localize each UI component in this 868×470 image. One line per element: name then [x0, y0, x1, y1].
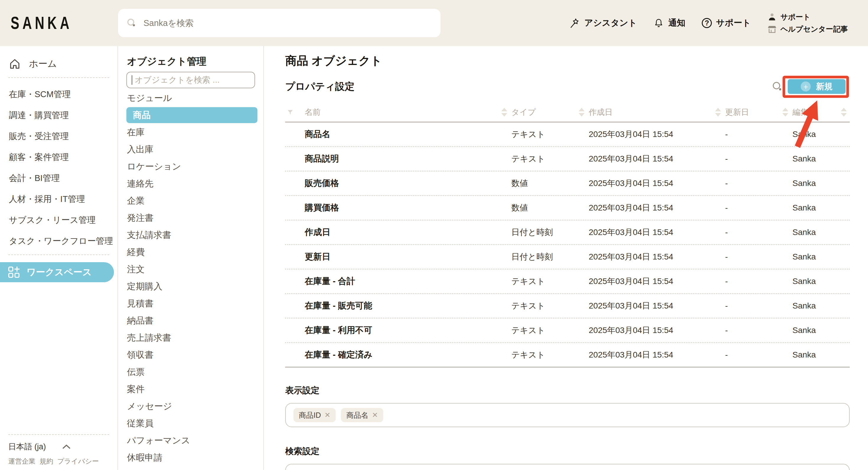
global-search[interactable] — [118, 9, 440, 37]
sidebar-item-workspace[interactable]: ワークスペース — [0, 262, 114, 282]
pin-column-header[interactable] — [285, 108, 304, 116]
table-row[interactable]: 販売価格 数値 2025年03月04日 15:54 - Sanka — [285, 171, 850, 196]
object-list-item[interactable]: 納品書 — [118, 312, 264, 329]
sidebar-item[interactable]: タスク・ワークフロー管理 — [0, 230, 118, 252]
remove-icon[interactable]: ✕ — [324, 411, 330, 419]
table-row[interactable]: 商品説明 テキスト 2025年03月04日 15:54 - Sanka — [285, 147, 850, 171]
support-label: サポート — [716, 17, 751, 29]
column-header-editor[interactable]: 編集者 — [791, 107, 850, 118]
cell-type: 日付と時刻 — [510, 251, 588, 262]
sort-arrows-icon — [841, 108, 847, 117]
object-list-item[interactable]: 発注書 — [118, 209, 264, 226]
object-list-item[interactable]: メッセージ — [118, 398, 264, 415]
sidebar-item[interactable]: 調達・購買管理 — [0, 105, 118, 126]
object-panel: オブジェクト管理 モジュール 商品 在庫 — [118, 46, 264, 470]
column-header-name[interactable]: 名前 — [304, 107, 510, 118]
sidebar-item[interactable]: 人材・採用・IT管理 — [0, 189, 118, 210]
search-settings-box[interactable]: 商品名 ✕ — [285, 464, 850, 470]
sort-arrows-icon — [782, 108, 788, 117]
object-list-item[interactable]: 在庫 — [118, 124, 264, 141]
section-title: プロパティ設定 — [285, 80, 354, 93]
table-row[interactable]: 在庫量 - 利用不可 テキスト 2025年03月04日 15:54 - Sank… — [285, 318, 850, 343]
cell-type: 数値 — [510, 202, 588, 214]
table-row[interactable]: 作成日 日付と時刻 2025年03月04日 15:54 - Sanka — [285, 221, 850, 245]
display-settings-title: 表示設定 — [285, 385, 850, 397]
object-list-item[interactable]: モジュール — [118, 90, 264, 106]
cell-editor: Sanka — [791, 154, 850, 163]
help-circle-icon: ? — [702, 18, 712, 28]
plus-icon: ＋ — [801, 82, 811, 92]
footer-link-privacy[interactable]: プライバシー — [57, 457, 99, 466]
new-button[interactable]: ＋ 新規 — [788, 79, 845, 94]
cell-updated: - — [724, 130, 791, 139]
account-support-link[interactable]: サポート — [767, 12, 848, 22]
column-header-created[interactable]: 作成日 — [588, 107, 724, 118]
object-list-item[interactable]: 支払請求書 — [118, 226, 264, 244]
sidebar-item[interactable]: 会計・BI管理 — [0, 168, 118, 189]
table-row[interactable]: 更新日 日付と時刻 2025年03月04日 15:54 - Sanka — [285, 245, 850, 270]
object-search-input[interactable] — [134, 75, 250, 85]
sidebar-item[interactable]: 顧客・案件管理 — [0, 147, 118, 168]
cell-editor: Sanka — [791, 228, 850, 237]
table-row[interactable]: 在庫量 - 確定済み テキスト 2025年03月04日 15:54 - Sank… — [285, 343, 850, 368]
top-header: SANKA アシスタント — [0, 0, 868, 46]
object-list-item[interactable]: 休暇申請 — [118, 449, 264, 466]
object-list-item[interactable]: パフォーマンス — [118, 432, 264, 449]
column-header-type[interactable]: タイプ — [510, 107, 588, 118]
object-list-item[interactable]: 商品 — [126, 107, 257, 123]
cell-updated: - — [724, 326, 791, 335]
chip[interactable]: 商品名 ✕ — [341, 408, 383, 422]
object-list-item[interactable]: 従業員 — [118, 415, 264, 432]
logo-text: SANKA — [11, 13, 105, 33]
footer-link-terms[interactable]: 規約 — [39, 457, 53, 466]
object-list-item[interactable]: 企業 — [118, 192, 264, 209]
table-search-button[interactable] — [772, 81, 783, 92]
object-list-item[interactable]: 注文 — [118, 261, 264, 278]
sidebar-item[interactable]: サブスク・リース管理 — [0, 210, 118, 230]
cell-name: 商品説明 — [304, 153, 510, 165]
property-table: 商品名 テキスト 2025年03月04日 15:54 - Sanka 商品説明 … — [285, 123, 850, 368]
cell-type: 数値 — [510, 178, 588, 189]
table-row[interactable]: 商品名 テキスト 2025年03月04日 15:54 - Sanka — [285, 123, 850, 147]
logo[interactable]: SANKA — [0, 14, 118, 32]
object-list-item[interactable]: ロケーション — [118, 158, 264, 175]
column-header-updated[interactable]: 更新日 — [724, 107, 791, 118]
cell-created: 2025年03月04日 15:54 — [588, 202, 724, 214]
language-label: 日本語 (ja) — [8, 441, 46, 452]
column-label: 名前 — [305, 107, 321, 118]
remove-icon[interactable]: ✕ — [372, 411, 378, 419]
help-center-label: ヘルプセンター記事 — [780, 24, 848, 34]
sidebar-item[interactable]: 販売・受注管理 — [0, 126, 118, 147]
object-list-item[interactable]: 連絡先 — [118, 175, 264, 192]
support-button[interactable]: ? サポート — [702, 17, 751, 29]
cell-updated: - — [724, 203, 791, 213]
object-list-item[interactable]: 伝票 — [118, 364, 264, 380]
table-header: 名前 タイプ 作成日 更新日 編集者 — [285, 103, 850, 123]
object-list-item[interactable]: 案件 — [118, 380, 264, 398]
help-center-link[interactable]: ヘルプセンター記事 — [767, 24, 848, 34]
table-actions: ＋ 新規 — [772, 79, 845, 94]
chip[interactable]: 商品ID ✕ — [293, 408, 336, 422]
sidebar-item-home[interactable]: ホーム — [0, 56, 118, 71]
table-row[interactable]: 在庫量 - 販売可能 テキスト 2025年03月04日 15:54 - Sank… — [285, 294, 850, 318]
global-search-input[interactable] — [143, 18, 432, 28]
object-list-item-label: 連絡先 — [127, 178, 154, 190]
sidebar-item[interactable]: 在庫・SCM管理 — [0, 84, 118, 105]
object-list-item[interactable]: 入出庫 — [118, 141, 264, 158]
object-list-item[interactable]: 経費 — [118, 244, 264, 261]
assistant-button[interactable]: アシスタント — [569, 17, 637, 29]
object-list-item[interactable]: 領収書 — [118, 346, 264, 364]
cell-name: 更新日 — [304, 251, 510, 263]
footer-link-company[interactable]: 運営企業 — [8, 457, 35, 466]
notifications-button[interactable]: 通知 — [653, 17, 685, 29]
table-row[interactable]: 購買価格 数値 2025年03月04日 15:54 - Sanka — [285, 196, 850, 221]
table-row[interactable]: 在庫量 - 合計 テキスト 2025年03月04日 15:54 - Sanka — [285, 270, 850, 294]
page-title: 商品 オブジェクト — [285, 54, 850, 68]
display-settings-box[interactable]: 商品ID ✕ 商品名 ✕ — [285, 403, 850, 427]
object-search[interactable] — [126, 72, 255, 88]
divider — [8, 77, 109, 78]
object-list-item[interactable]: 見積書 — [118, 295, 264, 312]
object-list-item[interactable]: 売上請求書 — [118, 329, 264, 346]
language-selector[interactable]: 日本語 (ja) — [8, 441, 109, 452]
object-list-item[interactable]: 定期購入 — [118, 278, 264, 295]
